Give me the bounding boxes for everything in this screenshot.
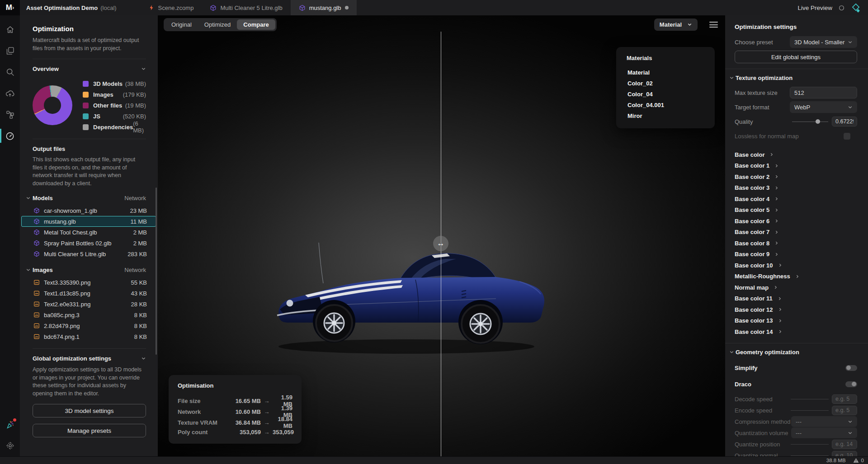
compare-slider-handle[interactable]: ↔	[433, 236, 448, 251]
images-list: Text3.335390.png55 KB Text1.d13c85.png43…	[20, 277, 158, 342]
rail-whats-new-button[interactable]	[0, 414, 20, 435]
model-row-selected[interactable]: mustang.glb11 MB	[21, 216, 156, 227]
chevron-right-icon	[778, 329, 783, 334]
material-item[interactable]: Color_04	[627, 89, 708, 99]
live-preview-status-icon[interactable]	[838, 5, 845, 11]
tab-multi-cleaner[interactable]: Multi Cleaner 5 Litre.glb	[202, 0, 290, 15]
topbar-right: Live Preview	[797, 3, 868, 13]
warnings-indicator[interactable]: 0	[853, 458, 864, 463]
rail-publish-button[interactable]	[0, 83, 20, 104]
texture-map-row[interactable]: Base color 14	[735, 326, 857, 337]
network-column-header: Network	[124, 267, 146, 273]
encode-speed-input[interactable]	[832, 406, 857, 415]
quantize-position-input[interactable]	[832, 440, 857, 449]
decode-speed-input[interactable]	[832, 394, 857, 404]
texture-map-row[interactable]: Metallic-Roughness	[735, 271, 857, 282]
texture-map-row[interactable]: Base color 9	[735, 249, 857, 260]
simplify-toggle[interactable]	[845, 365, 857, 371]
tab-compare[interactable]: Compare	[237, 19, 275, 30]
manage-presets-button[interactable]: Manage presets	[33, 424, 146, 437]
texture-map-row[interactable]: Base color 7	[735, 227, 857, 238]
model-row[interactable]: Metal Tool Chest.glb2 MB	[21, 227, 156, 238]
draco-toggle[interactable]	[845, 381, 857, 387]
texture-map-row[interactable]: Base color 3	[735, 183, 857, 194]
rail-settings-button[interactable]	[0, 435, 20, 456]
texture-map-row[interactable]: Base color	[735, 149, 857, 160]
texture-map-row[interactable]: Base color 2	[735, 171, 857, 183]
rail-assets-button[interactable]	[0, 40, 20, 61]
lossless-checkbox[interactable]	[844, 133, 850, 140]
legend-swatch	[83, 124, 89, 130]
zapworks-icon[interactable]	[851, 3, 861, 13]
rail-home-button[interactable]	[0, 19, 20, 40]
model-row[interactable]: Spray Paint Bottles 02.glb2 MB	[21, 238, 156, 248]
panel-scrollbar[interactable]	[156, 187, 157, 355]
global-settings-section-header[interactable]: Global optimization settings	[33, 355, 146, 362]
target-format-label: Target format	[735, 104, 769, 111]
target-format-row: Target format WebP	[735, 101, 857, 113]
rail-search-button[interactable]	[0, 61, 20, 83]
chevron-down-icon	[687, 22, 692, 27]
3d-model-settings-button[interactable]: 3D model settings	[33, 404, 146, 417]
texture-map-row[interactable]: Base color 11	[735, 293, 857, 305]
quantization-volume-select[interactable]: ---	[791, 427, 857, 438]
material-item[interactable]: Color_02	[627, 78, 708, 89]
image-row[interactable]: Text3.335390.png55 KB	[21, 277, 156, 288]
chevron-down-icon	[141, 356, 146, 361]
node-graph-icon	[5, 110, 15, 119]
legend-label: Other files	[93, 102, 122, 109]
disabled-slider	[791, 455, 829, 456]
image-row[interactable]: Text2.e0e331.png28 KB	[21, 299, 156, 309]
geometry-optimization-header[interactable]: Geometry optimization	[729, 349, 857, 356]
texture-optimization-header[interactable]: Texture optimization	[729, 75, 857, 81]
document-tabs: Scene.zcomp Multi Cleaner 5 Litre.glb mu…	[140, 0, 357, 15]
quantize-normal-input[interactable]	[832, 451, 857, 457]
images-group-header[interactable]: Images Network	[26, 267, 146, 273]
tab-label: Scene.zcomp	[158, 5, 194, 11]
app-logo[interactable]: M ›	[0, 0, 20, 15]
max-texture-size-input[interactable]	[790, 87, 857, 98]
quality-value-input[interactable]	[832, 117, 857, 127]
texture-map-row[interactable]: Base color 10	[735, 260, 857, 271]
texture-map-row[interactable]: Base color 13	[735, 315, 857, 327]
texture-map-row[interactable]: Normal map	[735, 282, 857, 293]
material-item[interactable]: Color_04.001	[627, 99, 708, 110]
preset-select[interactable]: 3D Model - Smaller	[790, 36, 857, 48]
car-3d-model[interactable]	[266, 203, 556, 366]
quality-slider[interactable]	[792, 118, 828, 125]
edit-global-settings-button[interactable]: Edit global settings	[735, 51, 857, 63]
viewer-menu-button[interactable]	[708, 20, 719, 29]
texture-map-row[interactable]: Base color 5	[735, 205, 857, 216]
texture-map-row[interactable]: Base color 8	[735, 238, 857, 249]
tab-original[interactable]: Original	[165, 19, 198, 30]
image-icon	[33, 333, 40, 340]
models-group-header[interactable]: Models Network	[26, 195, 146, 202]
encode-speed-label: Encode speed	[735, 407, 772, 414]
disabled-slider	[791, 399, 829, 399]
rail-optimization-button[interactable]	[0, 125, 20, 146]
image-row[interactable]: 2.82d479.png8 KB	[21, 320, 156, 331]
tab-mustang[interactable]: mustang.glb	[291, 0, 357, 15]
model-row[interactable]: car-showroom_1.glb23 MB	[21, 205, 156, 216]
texture-map-row[interactable]: Base color 12	[735, 304, 857, 315]
tab-scene-zcomp[interactable]: Scene.zcomp	[140, 0, 202, 15]
texture-map-row[interactable]: Base color 1	[735, 160, 857, 172]
texture-map-row[interactable]: Base color 4	[735, 193, 857, 205]
tab-optimized[interactable]: Optimized	[198, 19, 237, 30]
material-item[interactable]: Material	[627, 67, 708, 78]
image-row[interactable]: ba085c.png.38 KB	[21, 309, 156, 320]
material-item[interactable]: Miror	[627, 110, 708, 121]
compression-method-select[interactable]: ---	[791, 416, 857, 427]
material-dropdown[interactable]: Material	[654, 19, 698, 31]
texture-map-row[interactable]: Base color 6	[735, 216, 857, 227]
quality-slider-thumb[interactable]	[816, 119, 820, 124]
overview-section-header[interactable]: Overview	[33, 66, 146, 72]
target-format-select[interactable]: WebP	[790, 101, 857, 113]
3d-viewport[interactable]: Original Optimized Compare Material	[158, 15, 725, 456]
image-row[interactable]: bdc674.png.18 KB	[21, 331, 156, 342]
rail-node-graph-button[interactable]	[0, 104, 20, 125]
legend-size: (38 MB)	[125, 80, 146, 87]
file-size: 8 KB	[134, 312, 147, 319]
model-row[interactable]: Multi Cleaner 5 Litre.glb283 KB	[21, 248, 156, 259]
image-row[interactable]: Text1.d13c85.png43 KB	[21, 288, 156, 299]
